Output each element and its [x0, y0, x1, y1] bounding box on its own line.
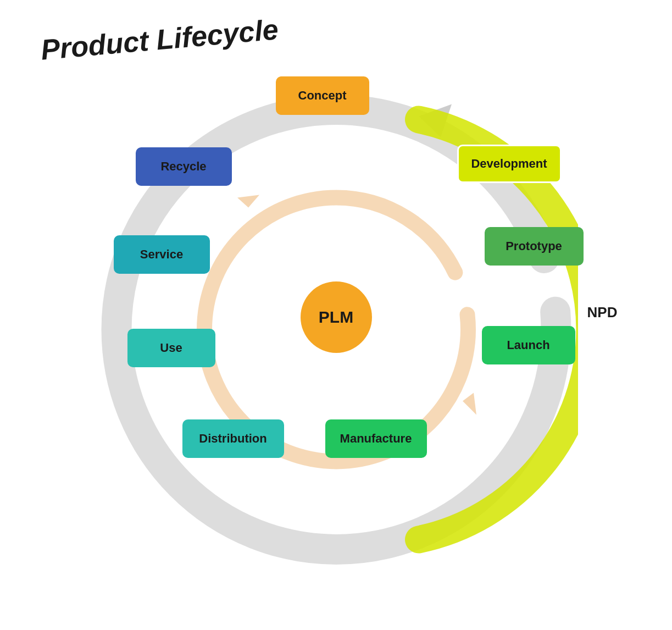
stage-prototype: Prototype [485, 227, 584, 266]
page-title: Product Lifecycle [40, 14, 280, 66]
stage-service: Service [114, 235, 210, 274]
stage-development: Development [457, 145, 562, 183]
stage-recycle: Recycle [136, 147, 232, 186]
stage-concept: Concept [276, 76, 369, 115]
diagram-container: Product Lifecycle NPD PLM Concept [34, 24, 638, 606]
stage-manufacture: Manufacture [325, 419, 427, 458]
stage-distribution: Distribution [182, 419, 284, 458]
svg-marker-3 [463, 393, 476, 415]
svg-marker-2 [237, 195, 259, 207]
stage-launch: Launch [482, 326, 575, 364]
stage-use: Use [127, 329, 215, 367]
plm-label: PLM [319, 308, 353, 327]
plm-center-circle: PLM [301, 281, 372, 353]
npd-label: NPD [587, 304, 618, 321]
